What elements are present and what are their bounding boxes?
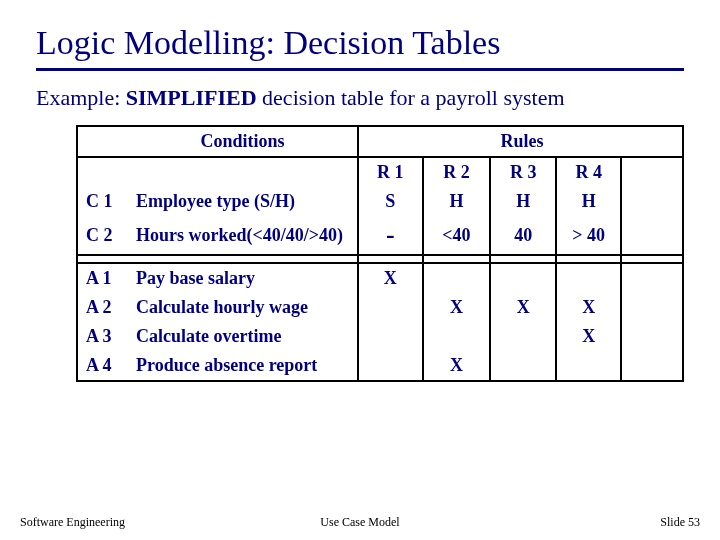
blank-cell: [621, 216, 683, 255]
blank-cell: [621, 263, 683, 293]
action-id: A 1: [77, 263, 128, 293]
action-value: X: [556, 293, 622, 322]
condition-value: 40: [490, 216, 556, 255]
action-value: [423, 322, 491, 351]
action-label: Pay base salary: [128, 263, 358, 293]
rule-header: R 4: [556, 157, 622, 187]
condition-row: C 2 Hours worked(<40/40/>40) - <40 40 > …: [77, 216, 683, 255]
condition-label: Hours worked(<40/40/>40): [128, 216, 358, 255]
action-id: A 4: [77, 351, 128, 381]
blank-cell: [621, 187, 683, 216]
action-label: Produce absence report: [128, 351, 358, 381]
table-header-row: Conditions Rules: [77, 126, 683, 157]
action-value: [358, 351, 422, 381]
action-value: X: [358, 263, 422, 293]
blank-cell: [621, 126, 683, 157]
condition-row: C 1 Employee type (S/H) S H H H: [77, 187, 683, 216]
condition-value: <40: [423, 216, 491, 255]
slide: Logic Modelling: Decision Tables Example…: [0, 0, 720, 540]
subtitle-lead: Example:: [36, 85, 120, 110]
subtitle-emph: SIMPLIFIED: [126, 85, 257, 110]
blank-cell: [621, 157, 683, 187]
action-id: A 3: [77, 322, 128, 351]
action-label: Calculate hourly wage: [128, 293, 358, 322]
action-row: A 3 Calculate overtime X: [77, 322, 683, 351]
subtitle-tail: decision table for a payroll system: [257, 85, 565, 110]
title-underline: [36, 68, 684, 71]
condition-value: H: [556, 187, 622, 216]
conditions-header: Conditions: [128, 126, 358, 157]
action-label: Calculate overtime: [128, 322, 358, 351]
condition-value: H: [490, 187, 556, 216]
action-value: [490, 322, 556, 351]
action-value: [556, 351, 622, 381]
action-value: X: [490, 293, 556, 322]
action-value: [358, 293, 422, 322]
separator-row: [77, 255, 683, 263]
action-value: [358, 322, 422, 351]
condition-value: S: [358, 187, 422, 216]
action-value: [423, 263, 491, 293]
blank-cell: [128, 157, 358, 187]
blank-cell: [621, 351, 683, 381]
blank-cell: [77, 126, 128, 157]
action-id: A 2: [77, 293, 128, 322]
action-value: X: [423, 351, 491, 381]
action-value: [556, 263, 622, 293]
action-value: [490, 351, 556, 381]
condition-id: C 2: [77, 216, 128, 255]
action-value: [490, 263, 556, 293]
condition-value: H: [423, 187, 491, 216]
action-value: X: [556, 322, 622, 351]
blank-cell: [77, 157, 128, 187]
rule-header: R 1: [358, 157, 422, 187]
action-row: A 2 Calculate hourly wage X X X: [77, 293, 683, 322]
rules-numbers-row: R 1 R 2 R 3 R 4: [77, 157, 683, 187]
blank-cell: [621, 293, 683, 322]
slide-subtitle: Example: SIMPLIFIED decision table for a…: [36, 85, 684, 111]
slide-footer: Software Engineering Use Case Model Slid…: [20, 515, 700, 530]
action-value: X: [423, 293, 491, 322]
condition-id: C 1: [77, 187, 128, 216]
rules-header: Rules: [423, 126, 622, 157]
footer-center: Use Case Model: [20, 515, 700, 530]
slide-title: Logic Modelling: Decision Tables: [36, 24, 684, 68]
action-row: A 4 Produce absence report X: [77, 351, 683, 381]
action-row: A 1 Pay base salary X: [77, 263, 683, 293]
condition-label: Employee type (S/H): [128, 187, 358, 216]
blank-cell: [621, 322, 683, 351]
decision-table: Conditions Rules R 1 R 2 R 3 R 4 C 1 Emp…: [76, 125, 684, 382]
condition-value: -: [358, 216, 422, 255]
rule-header: R 3: [490, 157, 556, 187]
blank-cell: [358, 126, 422, 157]
rule-header: R 2: [423, 157, 491, 187]
condition-value: > 40: [556, 216, 622, 255]
